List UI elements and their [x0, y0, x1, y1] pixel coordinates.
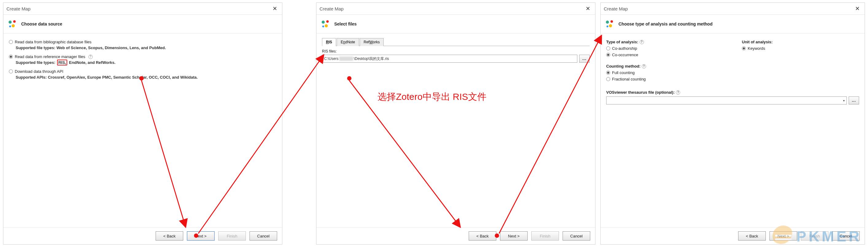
ris-highlight: RIS,: [57, 60, 67, 65]
close-icon[interactable]: ✕: [271, 5, 279, 12]
tabs: RIS EndNote RefWorks: [322, 38, 590, 46]
svg-point-1: [13, 20, 16, 23]
file-path-pre: C:\Users: [324, 57, 339, 61]
radio-label: Fractional counting: [612, 77, 646, 81]
opt1-subtext: Supported file types: Web of Science, Sc…: [16, 46, 277, 50]
thesaurus-label: VOSviewer thesaurus file (optional):?: [606, 90, 859, 94]
radio-icon[interactable]: [9, 40, 13, 44]
radio-label: Read data from bibliographic database fi…: [15, 39, 91, 44]
titlebar: Create Map ✕: [601, 3, 865, 15]
dialog-select-files: Create Map ✕ Select files RIS EndNote Re…: [316, 2, 595, 245]
type-of-analysis-label: Type of analysis:?: [606, 39, 723, 44]
radio-icon[interactable]: [606, 71, 610, 75]
tab-endnote[interactable]: EndNote: [337, 38, 359, 46]
dialog-analysis-type: Create Map ✕ Choose type of analysis and…: [600, 2, 865, 245]
banner: Select files: [316, 15, 595, 33]
banner-title: Choose data source: [21, 22, 62, 26]
back-button[interactable]: < Back: [738, 231, 766, 241]
browse-button[interactable]: ...: [849, 97, 859, 105]
titlebar: Create Map ✕: [3, 3, 282, 15]
radio-icon[interactable]: [9, 55, 13, 59]
svg-point-3: [9, 26, 11, 27]
cancel-button[interactable]: Cancel: [250, 231, 277, 241]
ris-files-label: RIS files:: [322, 49, 590, 53]
content: RIS EndNote RefWorks RIS files: C:\Users…: [316, 33, 595, 227]
dialog-title: Create Map: [319, 6, 343, 11]
finish-button: Finish: [531, 231, 559, 241]
help-icon[interactable]: ?: [676, 90, 680, 94]
svg-point-7: [322, 26, 324, 27]
help-icon[interactable]: ?: [88, 55, 93, 59]
radio-label: Co-authorship: [612, 46, 637, 51]
next-button[interactable]: Next >: [500, 231, 528, 241]
cancel-button[interactable]: Cancel: [563, 231, 590, 241]
annotation-dot: [140, 76, 144, 81]
watermark-icon: [773, 225, 794, 247]
radio-icon[interactable]: [742, 46, 746, 50]
browse-button[interactable]: ...: [579, 55, 590, 63]
help-icon[interactable]: ?: [642, 64, 646, 68]
radio-row-cooccurrence[interactable]: Co-occurrence: [606, 53, 723, 57]
radio-row-reference-manager[interactable]: Read data from reference manager files ?: [9, 54, 277, 59]
back-button[interactable]: < Back: [469, 231, 496, 241]
close-icon[interactable]: ✕: [584, 5, 592, 12]
dialog-title: Create Map: [604, 6, 628, 11]
next-button[interactable]: Next >: [187, 231, 215, 241]
radio-row-keywords[interactable]: Keywords: [742, 46, 859, 51]
close-icon[interactable]: ✕: [853, 5, 862, 12]
radio-row-coauthorship[interactable]: Co-authorship: [606, 46, 723, 51]
svg-point-4: [322, 21, 325, 24]
col-unit: Unit of analysis: Keywords: [742, 38, 859, 58]
vosviewer-icon: [321, 19, 331, 29]
svg-point-9: [611, 20, 613, 23]
svg-point-10: [609, 24, 612, 27]
tab-refworks[interactable]: RefWorks: [360, 38, 384, 46]
svg-point-5: [326, 20, 329, 23]
svg-point-11: [607, 26, 608, 27]
button-bar: < Back Next > Finish Cancel: [316, 227, 595, 244]
vosviewer-icon: [8, 19, 18, 29]
watermark-text: PKMER: [797, 228, 862, 245]
content: Type of analysis:? Co-authorship Co-occu…: [601, 33, 865, 227]
dialog-title: Create Map: [6, 6, 30, 11]
banner-title: Select files: [334, 22, 356, 26]
redacted-user: xxx: [339, 57, 353, 61]
radio-row-api[interactable]: Download data through API: [9, 69, 277, 74]
ris-file-input[interactable]: C:\Usersxxx\Desktop\我的文库.ris: [322, 55, 577, 63]
unit-of-analysis-label: Unit of analysis:: [742, 39, 859, 44]
help-icon[interactable]: ?: [640, 40, 644, 44]
radio-icon[interactable]: [606, 77, 610, 81]
thesaurus-select[interactable]: ▾: [606, 97, 847, 105]
thesaurus-row: ▾ ...: [606, 97, 859, 105]
watermark: PKMER: [773, 225, 862, 247]
ris-files-row: C:\Usersxxx\Desktop\我的文库.ris ...: [322, 55, 590, 63]
banner: Choose type of analysis and counting met…: [601, 15, 865, 33]
radio-label: Read data from reference manager files: [15, 54, 85, 59]
radio-icon[interactable]: [606, 46, 610, 50]
svg-point-0: [9, 21, 12, 24]
radio-label: Download data through API: [15, 69, 63, 74]
radio-row-bibliographic[interactable]: Read data from bibliographic database fi…: [9, 39, 277, 44]
radio-icon[interactable]: [606, 53, 610, 57]
button-bar: < Back Next > Finish Cancel: [3, 227, 282, 244]
radio-icon[interactable]: [9, 70, 13, 74]
dialog-choose-data-source: Create Map ✕ Choose data source Read dat…: [3, 2, 282, 245]
content: Read data from bibliographic database fi…: [3, 33, 282, 227]
svg-point-8: [606, 21, 609, 24]
radio-row-full-counting[interactable]: Full counting: [606, 70, 859, 75]
banner-title: Choose type of analysis and counting met…: [618, 22, 712, 26]
radio-label: Full counting: [612, 70, 635, 75]
annotation-dot: [495, 234, 499, 238]
file-path-mid: \Desktop\: [354, 57, 370, 61]
opt2-sub-pre: Supported file types:: [16, 60, 57, 65]
file-path-post: 我的文库.ris: [369, 56, 389, 61]
radio-label: Co-occurrence: [612, 53, 638, 57]
back-button[interactable]: < Back: [156, 231, 183, 241]
col-type: Type of analysis:? Co-authorship Co-occu…: [606, 38, 723, 58]
vosviewer-icon: [605, 19, 615, 29]
radio-row-fractional-counting[interactable]: Fractional counting: [606, 77, 859, 81]
opt2-sub-post: EndNote, and RefWorks.: [69, 60, 115, 65]
titlebar: Create Map ✕: [316, 3, 595, 15]
counting-method-label: Counting method:?: [606, 64, 859, 68]
tab-ris[interactable]: RIS: [322, 38, 336, 46]
